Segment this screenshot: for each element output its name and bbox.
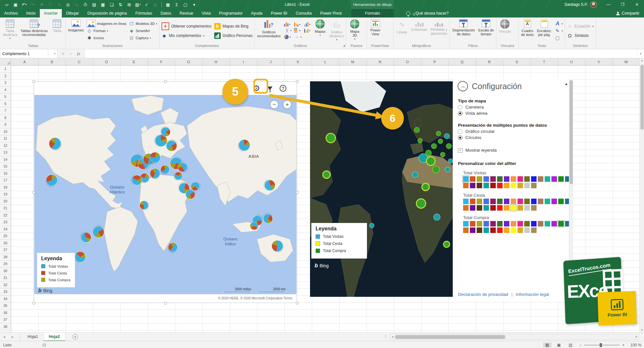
row-header-30[interactable]: 30 (0, 268, 11, 275)
zoom-slider[interactable] (584, 345, 620, 345)
row-header-1[interactable]: 1 (0, 65, 11, 73)
selection-handle[interactable] (32, 302, 35, 305)
color-swatch[interactable] (477, 205, 482, 211)
color-swatch[interactable] (470, 205, 475, 211)
color-swatch[interactable] (497, 176, 503, 182)
color-swatch[interactable] (524, 221, 530, 226)
color-swatch[interactable] (531, 176, 537, 182)
ribbon-chart-column-button[interactable]: ▾ (284, 22, 292, 27)
color-swatch[interactable] (497, 199, 503, 204)
row-header-29[interactable]: 29 (0, 261, 11, 268)
panel-scroll-thumb[interactable] (570, 80, 573, 184)
column-header-a[interactable]: A (11, 58, 39, 65)
row-header-6[interactable]: 6 (0, 100, 11, 108)
show-legend-checkbox[interactable]: ✓ (458, 148, 462, 153)
qat-redo-icon[interactable]: ↷▾ (29, 1, 37, 8)
row-header-35[interactable]: 35 (0, 302, 11, 309)
row-header-25[interactable]: 25 (0, 233, 11, 240)
column-header-b[interactable]: B (39, 58, 66, 65)
radio-grafico-circular[interactable] (458, 129, 462, 134)
column-header-g[interactable]: G (175, 58, 203, 65)
color-swatch[interactable] (490, 227, 496, 233)
sheet-prev-icon[interactable]: ◄ (0, 335, 8, 339)
zoom-in-icon[interactable]: + (622, 343, 625, 347)
selection-handle[interactable] (296, 302, 299, 305)
color-swatch[interactable] (545, 176, 550, 182)
row-header-27[interactable]: 27 (0, 247, 11, 254)
color-swatch[interactable] (517, 221, 523, 226)
zoom-percentage[interactable]: 100 % (627, 343, 641, 347)
color-swatch[interactable] (490, 183, 496, 188)
color-swatch[interactable] (490, 199, 496, 204)
qat-percent-style-icon[interactable]: % (72, 1, 81, 8)
tab-dibujar[interactable]: Dibujar (62, 9, 83, 17)
selection-handle[interactable] (164, 80, 167, 83)
qat-autosum-icon[interactable]: Σ (172, 1, 181, 8)
row-header-31[interactable]: 31 (0, 274, 11, 282)
link-informacion-legal[interactable]: Información legal (516, 292, 549, 297)
row-header-9[interactable]: 9 (0, 121, 11, 128)
color-swatch[interactable] (490, 205, 496, 211)
avatar[interactable] (590, 1, 597, 8)
color-swatch[interactable] (517, 205, 523, 211)
column-header-d[interactable]: D (93, 58, 121, 65)
row-header-12[interactable]: 12 (0, 142, 11, 149)
ribbon-signature-line-button[interactable]: ✎▾ (554, 28, 564, 34)
column-header-c[interactable]: C (66, 58, 93, 65)
qat-form-icon[interactable]: ▦ (99, 1, 107, 8)
tab-disposicion-de-pagina[interactable]: Disposición de página (83, 9, 131, 17)
row-header-37[interactable]: 37 (0, 316, 11, 323)
page-break-view-icon[interactable]: ▥ (566, 342, 575, 347)
row-header-38[interactable]: 38 (0, 323, 11, 331)
column-header-f[interactable]: F (148, 58, 175, 65)
color-swatch[interactable] (531, 205, 537, 211)
qat-table-icon[interactable]: ▥ (151, 1, 160, 8)
qat-clear-filter-icon[interactable]: ▽ (46, 1, 55, 8)
selection-handle[interactable] (32, 191, 35, 194)
color-swatch[interactable] (483, 183, 489, 188)
close-button[interactable]: ✕ (630, 0, 644, 9)
ribbon-chart-pie-button[interactable]: ▾ (284, 34, 292, 40)
column-header-p[interactable]: P (421, 58, 449, 65)
qat-save-icon[interactable]: ▣ (11, 1, 20, 8)
zoom-out-icon[interactable]: − (579, 343, 582, 347)
color-swatch[interactable] (517, 183, 523, 188)
ribbon-imagenes-en-linea-button[interactable]: Imágenes en línea (86, 20, 128, 27)
selection-handle[interactable] (164, 302, 167, 305)
horizontal-scroll-thumb[interactable] (395, 335, 505, 339)
ribbon-chart-line-button[interactable]: ╳▾ (284, 28, 292, 33)
ribbon-cuadro-de-texto-button[interactable]: ACuadrode texto (520, 18, 535, 43)
row-header-8[interactable]: 8 (0, 114, 11, 122)
column-header-n[interactable]: N (367, 58, 394, 65)
color-swatch[interactable] (470, 227, 475, 233)
color-swatch[interactable] (531, 183, 537, 188)
scroll-right-icon[interactable]: ► (634, 335, 639, 338)
qat-resize-icon[interactable]: ✕ (55, 1, 63, 8)
row-header-24[interactable]: 24 (0, 226, 11, 233)
color-swatch[interactable] (551, 199, 557, 204)
maximize-button[interactable]: ❐ (616, 0, 630, 9)
qat-touch-mode-icon[interactable]: ▱ (3, 1, 11, 8)
tab-insertar[interactable]: Insertar (40, 9, 62, 17)
ribbon-power-view-button[interactable]: PowerView (368, 18, 383, 43)
ribbon-tablas-dinamicas-recomendadas-button[interactable]: ?Tablas dinámicasrecomendadas (19, 18, 49, 43)
row-header-21[interactable]: 21 (0, 205, 11, 212)
ribbon-obtener-complementos-button[interactable]: +Obtener complementos (161, 22, 213, 31)
color-swatch[interactable] (511, 176, 516, 182)
scroll-left-icon[interactable]: ◄ (390, 335, 395, 338)
qat-print-icon[interactable]: ⎙ (81, 1, 90, 8)
zoom-slider-thumb[interactable] (600, 343, 602, 347)
minimize-button[interactable]: — (601, 0, 616, 9)
user-name[interactable]: Santiago S.P. (564, 2, 588, 7)
color-swatch[interactable] (531, 221, 537, 226)
row-header-20[interactable]: 20 (0, 198, 11, 205)
color-swatch[interactable] (483, 199, 489, 204)
color-swatch[interactable] (504, 205, 509, 211)
qat-new-document-icon[interactable]: ▢ (181, 1, 190, 8)
help-icon[interactable]: ? (280, 85, 286, 92)
color-swatch[interactable] (531, 199, 537, 204)
column-header-r[interactable]: R (476, 58, 504, 65)
bing-maps-chart-aerial[interactable]: Leyenda Total VisitasTotal CestaTotal Co… (310, 81, 453, 297)
color-swatch[interactable] (538, 199, 543, 204)
back-arrow-icon[interactable]: → (458, 81, 468, 91)
